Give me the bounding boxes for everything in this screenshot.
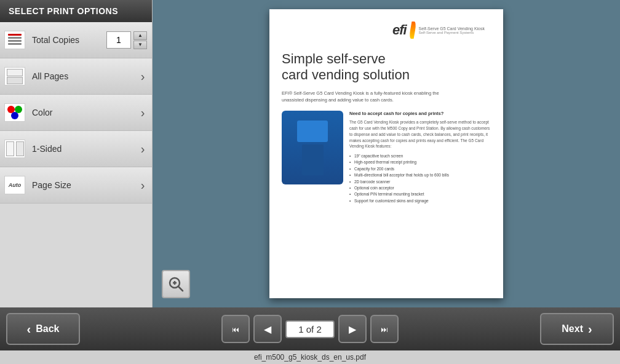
copies-input[interactable] bbox=[106, 31, 131, 49]
one-sided-label: 1-Sided bbox=[30, 144, 133, 154]
efi-tagline-line2: Self-Serve and Payment Systems bbox=[419, 31, 485, 34]
features-title: Need to accept cash for copies and print… bbox=[349, 111, 491, 116]
page-left bbox=[6, 141, 14, 156]
all-pages-icon bbox=[4, 67, 25, 85]
copies-increment-button[interactable] bbox=[133, 31, 147, 40]
features-body: The G5 Card Vending Kiosk provides a com… bbox=[349, 119, 491, 149]
all-pages-arrow bbox=[133, 58, 152, 94]
filename-text: efi_m500_g5_kiosk_ds_en_us.pdf bbox=[254, 353, 366, 362]
bottom-navigation-bar: Back 1 of 2 Next bbox=[0, 307, 620, 350]
prev-page-icon bbox=[264, 323, 271, 335]
color-icon bbox=[4, 103, 25, 122]
kiosk-image bbox=[282, 111, 343, 184]
page-size-item[interactable]: Auto Page Size bbox=[0, 167, 152, 204]
efi-header: efi Self-Serve G5 Card Vending Kiosk Sel… bbox=[282, 22, 491, 39]
preview-features: Need to accept cash for copies and print… bbox=[349, 111, 491, 204]
next-chevron-icon bbox=[588, 322, 592, 336]
svg-line-3 bbox=[178, 287, 183, 291]
next-button-label: Next bbox=[562, 323, 583, 334]
document-preview: efi Self-Serve G5 Card Vending Kiosk Sel… bbox=[269, 9, 503, 298]
color-item[interactable]: Color bbox=[0, 95, 152, 131]
next-button[interactable]: Next bbox=[540, 313, 614, 345]
blue-circle bbox=[11, 112, 18, 119]
efi-logo: efi Self-Serve G5 Card Vending Kiosk Sel… bbox=[392, 22, 485, 39]
back-button[interactable]: Back bbox=[6, 313, 80, 345]
color-arrow bbox=[133, 95, 152, 130]
feature-item-1: 19" capacitive touch screen bbox=[349, 153, 491, 159]
feature-item-4: Multi-directional bill acceptor that hol… bbox=[349, 172, 491, 178]
line3 bbox=[8, 40, 22, 42]
next-page-icon bbox=[349, 323, 356, 335]
color-icon-container bbox=[0, 95, 30, 130]
one-sided-icon bbox=[4, 140, 25, 158]
preview-area: efi Self-Serve G5 Card Vending Kiosk Sel… bbox=[153, 0, 620, 307]
prev-page-button[interactable] bbox=[253, 315, 282, 343]
feature-item-7: Optional PIN terminal mounting bracket bbox=[349, 191, 491, 197]
chevron-right-icon-2 bbox=[141, 106, 145, 120]
chevron-right-icon-3 bbox=[141, 142, 145, 156]
line1 bbox=[8, 34, 22, 36]
total-copies-label: Total Copies bbox=[30, 35, 106, 45]
last-page-icon bbox=[381, 323, 388, 334]
preview-title: Simple self-serve card vending solution bbox=[282, 51, 491, 84]
one-sided-icon-container bbox=[0, 131, 30, 167]
feature-item-8: Support for customized skins and signage bbox=[349, 198, 491, 204]
page-controls: 1 of 2 bbox=[221, 315, 399, 343]
filename-bar: efi_m500_g5_kiosk_ds_en_us.pdf bbox=[0, 350, 620, 364]
back-button-label: Back bbox=[36, 323, 59, 334]
total-copies-row: Total Copies bbox=[0, 22, 152, 58]
title-line2: card vending solution bbox=[282, 67, 410, 82]
page-indicator: 1 of 2 bbox=[285, 320, 335, 338]
copies-stepper bbox=[133, 31, 147, 49]
preview-description: EFI® Self-Serve G5 Card Vending Kiosk is… bbox=[282, 90, 454, 104]
chevron-up-icon bbox=[138, 33, 143, 38]
feature-item-5: 2D barcode scanner bbox=[349, 179, 491, 185]
sidebar-title: SELECT PRINT OPTIONS bbox=[0, 0, 152, 22]
page-right bbox=[16, 141, 24, 156]
page-size-icon-container: Auto bbox=[0, 167, 30, 203]
feature-list: 19" capacitive touch screen High-speed t… bbox=[349, 153, 491, 204]
title-line1: Simple self-serve bbox=[282, 51, 386, 66]
copies-icon bbox=[4, 31, 25, 49]
back-chevron-icon bbox=[27, 322, 31, 336]
total-copies-controls bbox=[106, 31, 147, 49]
efi-flame-icon bbox=[408, 22, 416, 39]
efi-logo-text: efi bbox=[392, 22, 407, 38]
first-page-icon bbox=[232, 323, 239, 334]
last-page-button[interactable] bbox=[370, 315, 399, 343]
color-circles bbox=[7, 106, 22, 119]
all-pages-label: All Pages bbox=[30, 71, 133, 81]
feature-item-3: Capacity for 200 cards bbox=[349, 166, 491, 172]
copies-decrement-button[interactable] bbox=[133, 41, 147, 49]
all-pages-icon-container bbox=[0, 58, 30, 94]
total-copies-icon-container bbox=[0, 22, 30, 58]
efi-tagline: Self-Serve G5 Card Vending Kiosk Self-Se… bbox=[419, 26, 485, 34]
one-sided-arrow bbox=[133, 131, 152, 167]
kiosk-body bbox=[302, 144, 324, 175]
page-bottom bbox=[7, 77, 23, 84]
line2 bbox=[8, 37, 22, 39]
chevron-right-icon-4 bbox=[141, 178, 145, 192]
zoom-in-icon bbox=[167, 275, 185, 293]
one-sided-item[interactable]: 1-Sided bbox=[0, 131, 152, 167]
print-options-sidebar: SELECT PRINT OPTIONS Total Copies bbox=[0, 0, 153, 307]
kiosk-screen bbox=[297, 121, 328, 142]
zoom-button[interactable] bbox=[162, 270, 190, 298]
preview-content-row: Need to accept cash for copies and print… bbox=[282, 111, 491, 204]
color-label: Color bbox=[30, 108, 133, 117]
page-size-arrow bbox=[133, 167, 152, 203]
efi-tagline-line1: Self-Serve G5 Card Vending Kiosk bbox=[419, 26, 485, 31]
copies-lines bbox=[8, 34, 22, 46]
page-top bbox=[7, 69, 23, 76]
page-size-label: Page Size bbox=[30, 180, 133, 190]
feature-item-2: High-speed thermal receipt printing bbox=[349, 159, 491, 165]
chevron-down-icon bbox=[138, 42, 143, 47]
first-page-button[interactable] bbox=[221, 315, 250, 343]
page-size-icon: Auto bbox=[4, 176, 25, 194]
all-pages-item[interactable]: All Pages bbox=[0, 58, 152, 95]
feature-item-6: Optional coin acceptor bbox=[349, 185, 491, 191]
next-page-button[interactable] bbox=[338, 315, 367, 343]
chevron-right-icon bbox=[141, 69, 145, 84]
line4 bbox=[8, 43, 22, 45]
